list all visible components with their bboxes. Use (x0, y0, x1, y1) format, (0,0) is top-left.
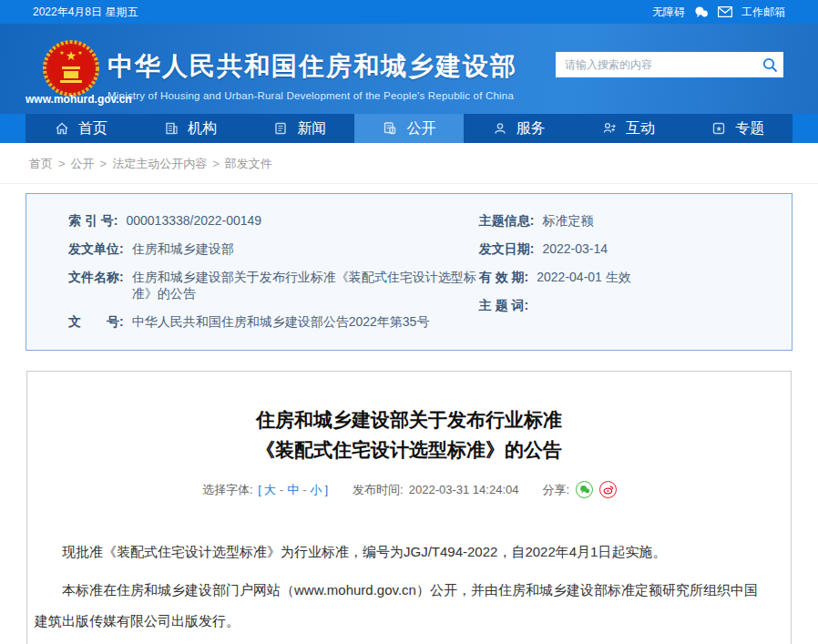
main-navigation-wrap: 首页 机构 新闻 公开 服务 互动 ★ (0, 114, 818, 143)
info-row-issuing-unit: 发文单位: 住房和城乡建设部 (68, 241, 479, 258)
article-title-line2: 《装配式住宅设计选型标准》的公告 (256, 439, 562, 460)
site-url: www.mohurd.gov.cn (26, 93, 132, 106)
organization-icon (163, 120, 179, 137)
search-input[interactable] (556, 52, 756, 77)
site-header-area: 2022年4月8日 星期五 无障碍 工作邮箱 ★ ★ ★ (0, 0, 818, 143)
site-title: 中华人民共和国住房和城乡建设部 (107, 49, 517, 84)
breadcrumb-separator: > (100, 157, 107, 170)
info-value: 中华人民共和国住房和城乡建设部公告2022年第35号 (132, 314, 430, 331)
font-large-link[interactable]: 大 (264, 483, 276, 496)
topbar: 2022年4月8日 星期五 无障碍 工作邮箱 (0, 0, 818, 24)
article-body: 现批准《装配式住宅设计选型标准》为行业标准，编号为JGJ/T494-2022，自… (27, 537, 791, 636)
info-row-document-name: 文件名称: 住房和城乡建设部关于发布行业标准《装配式住宅设计选型标准》的公告 (68, 270, 479, 302)
article-meta-row: 选择字体: [大-中-小] 发布时间: 2022-03-31 14:24:04 … (27, 481, 791, 498)
info-row-document-number: 文 号: 中华人民共和国住房和城乡建设部公告2022年第35号 (68, 314, 479, 331)
nav-item-label: 首页 (78, 119, 107, 138)
info-row-effective-date: 有 效 期: 2022-04-01 生效 (479, 270, 782, 286)
mail-icon (718, 6, 732, 17)
info-label: 索 引 号: (68, 213, 118, 230)
info-row-topic-info: 主题信息: 标准定额 (479, 213, 782, 230)
article-card: 住房和城乡建设部关于发布行业标准 《装配式住宅设计选型标准》的公告 选择字体: … (26, 371, 792, 644)
nav-item-label: 服务 (516, 119, 546, 138)
info-row-issue-date: 发文日期: 2022-03-14 (479, 241, 782, 258)
nav-item-news[interactable]: 新闻 (245, 114, 354, 143)
breadcrumb-ministry-documents[interactable]: 部发文件 (225, 157, 272, 170)
nav-item-interaction[interactable]: 互动 (573, 114, 682, 143)
breadcrumb-separator: > (212, 157, 220, 170)
info-label: 发文日期: (479, 241, 535, 258)
nav-item-topics[interactable]: ★ 专题 (683, 114, 792, 143)
info-row-index-number: 索 引 号: 000013338/2022-00149 (68, 213, 479, 230)
svg-text:★: ★ (66, 48, 77, 63)
nav-item-organization[interactable]: 机构 (135, 114, 244, 143)
info-value: 住房和城乡建设部 (132, 241, 234, 258)
info-label: 文 号: (68, 314, 124, 331)
svg-text:★: ★ (716, 125, 722, 133)
info-row-keywords: 主 题 词: (479, 298, 782, 314)
nav-item-label: 机构 (188, 119, 217, 138)
bracket-close: ] (324, 483, 328, 496)
accessibility-link[interactable]: 无障碍 (652, 5, 685, 20)
info-label: 发文单位: (68, 241, 124, 258)
font-small-link[interactable]: 小 (310, 483, 322, 496)
document-info-box: 索 引 号: 000013338/2022-00149 发文单位: 住房和城乡建… (26, 193, 792, 351)
share-wechat-icon[interactable] (576, 481, 593, 498)
info-value: 标准定额 (542, 213, 593, 230)
interaction-icon (601, 120, 618, 137)
national-emblem-logo: ★ ★ ★ (42, 39, 100, 97)
main-navigation: 首页 机构 新闻 公开 服务 互动 ★ (26, 114, 792, 143)
search-icon[interactable] (756, 52, 783, 77)
font-dash: - (302, 483, 306, 496)
site-banner: ★ ★ ★ 中华人民共和国住房和城乡建设部 Ministry of Housin… (0, 24, 818, 114)
article-paragraph: 本标准在住房和城乡建设部门户网站（www.mohurd.gov.cn）公开，并由… (35, 575, 769, 637)
home-icon (54, 120, 70, 137)
svg-text:★: ★ (59, 50, 64, 56)
info-label: 文件名称: (68, 270, 124, 286)
article-paragraph: 现批准《装配式住宅设计选型标准》为行业标准，编号为JGJ/T494-2022，自… (35, 537, 769, 567)
publish-time-value: 2022-03-31 14:24:04 (409, 483, 519, 496)
breadcrumb-separator: > (58, 157, 66, 170)
nav-item-label: 专题 (735, 119, 764, 138)
breadcrumb-statutory[interactable]: 法定主动公开内容 (112, 157, 207, 170)
share-label: 分享: (542, 482, 569, 498)
nav-item-services[interactable]: 服务 (464, 114, 573, 143)
site-subtitle: Ministry of Housing and Urban-Rural Deve… (107, 90, 517, 101)
nav-item-disclosure[interactable]: 公开 (354, 114, 464, 143)
info-label: 主 题 词: (479, 298, 528, 314)
info-label: 主题信息: (479, 213, 535, 230)
info-value: 2022-03-14 (542, 241, 608, 256)
share-weibo-icon[interactable] (599, 481, 617, 498)
info-label: 有 效 期: (479, 270, 528, 286)
breadcrumb: 首页>公开>法定主动公开内容>部发文件 (0, 143, 818, 184)
topbar-date: 2022年4月8日 星期五 (33, 5, 138, 20)
breadcrumb-disclosure[interactable]: 公开 (71, 157, 95, 170)
nav-item-label: 互动 (626, 119, 655, 138)
font-medium-link[interactable]: 中 (287, 483, 299, 496)
search-box (556, 52, 783, 77)
news-icon (272, 120, 289, 137)
services-icon (492, 120, 508, 137)
nav-item-home[interactable]: 首页 (26, 114, 135, 143)
svg-text:★: ★ (77, 50, 82, 56)
bracket-open: [ (258, 483, 261, 496)
work-mail-link[interactable]: 工作邮箱 (741, 5, 785, 20)
disclosure-icon (382, 120, 398, 137)
breadcrumb-home[interactable]: 首页 (29, 157, 53, 170)
wechat-icon[interactable] (694, 5, 709, 18)
info-value: 2022-04-01 生效 (537, 270, 631, 286)
nav-item-label: 新闻 (297, 119, 326, 138)
article-title: 住房和城乡建设部关于发布行业标准 《装配式住宅设计选型标准》的公告 (27, 404, 791, 465)
topics-icon: ★ (711, 120, 727, 137)
article-title-line1: 住房和城乡建设部关于发布行业标准 (256, 409, 562, 430)
font-size-selector: 选择字体: [大-中-小] (201, 482, 329, 498)
info-value: 000013338/2022-00149 (126, 213, 261, 228)
font-selector-label: 选择字体: (202, 483, 253, 496)
font-dash: - (280, 483, 283, 496)
nav-item-label: 公开 (406, 119, 435, 138)
info-value: 住房和城乡建设部关于发布行业标准《装配式住宅设计选型标准》的公告 (132, 270, 479, 302)
publish-time-label: 发布时间: (353, 482, 404, 498)
